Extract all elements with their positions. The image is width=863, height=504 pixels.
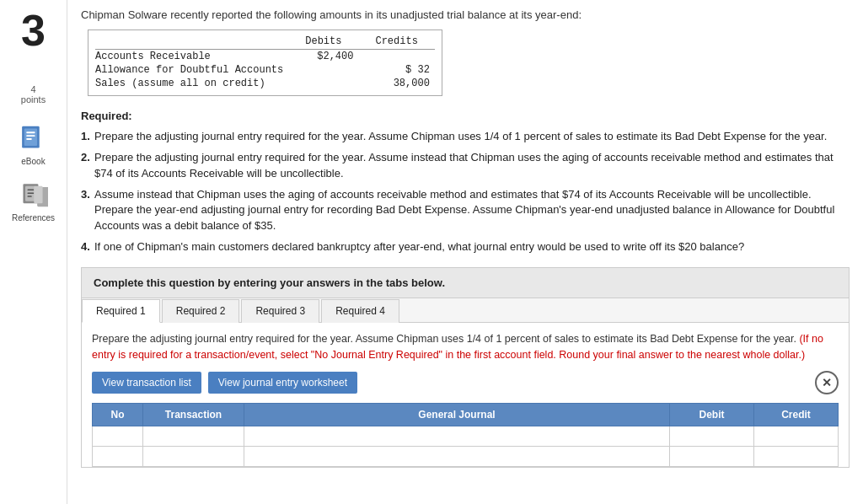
journal-debit-cell [670, 447, 754, 467]
tab-required2[interactable]: Required 2 [162, 299, 240, 323]
balance-table: Debits Credits Accounts Receivable $2,40… [95, 34, 435, 90]
q3-text: Assume instead that Chipman uses the agi… [94, 188, 834, 233]
q4-text: If one of Chipman's main customers decla… [94, 240, 744, 253]
q1-number: 1. [81, 129, 90, 145]
q2-text: Prepare the adjusting journal entry requ… [94, 151, 834, 180]
question-list: 1. Prepare the adjusting journal entry r… [81, 129, 850, 255]
row3-credit: 38,000 [358, 77, 434, 90]
points-value: 4 points [21, 84, 46, 105]
q3-number: 3. [81, 187, 90, 203]
journal-row [93, 426, 839, 447]
journal-no-cell [93, 447, 143, 467]
journal-general-cell [244, 447, 670, 467]
no-column-header: No [93, 404, 143, 426]
q2-number: 2. [81, 150, 90, 166]
debits-header: Debits [288, 34, 358, 50]
tab-instruction: Prepare the adjusting journal entry requ… [92, 331, 839, 363]
main-content: Chipman Solware recently reported the fo… [67, 0, 863, 504]
row1-credit [358, 50, 434, 64]
row3-label: Sales (assume all on credit) [95, 77, 288, 90]
tab-content-required1: Prepare the adjusting journal entry requ… [82, 323, 849, 468]
row2-label: Allowance for Doubtful Accounts [95, 63, 288, 77]
question-number: 3 [21, 8, 46, 52]
journal-credit-cell [754, 447, 839, 467]
table-row: Accounts Receivable $2,400 [95, 50, 435, 64]
svg-rect-4 [27, 138, 32, 140]
svg-rect-9 [28, 196, 32, 197]
ebook-section: 4 points eBook [12, 76, 55, 223]
journal-transaction-cell [143, 426, 244, 447]
tab-required3[interactable]: Required 3 [241, 299, 319, 323]
row2-credit: $ 32 [358, 63, 434, 77]
tabs-row: Required 1 Required 2 Required 3 Require… [82, 298, 849, 323]
transaction-column-header: Transaction [143, 404, 244, 426]
debit-column-header: Debit [670, 404, 754, 426]
svg-rect-11 [35, 186, 43, 204]
row1-debit: $2,400 [288, 50, 358, 64]
table-row: Sales (assume all on credit) 38,000 [95, 77, 435, 90]
list-item: 1. Prepare the adjusting journal entry r… [81, 129, 850, 145]
complete-banner: Complete this question by entering your … [81, 267, 850, 298]
journal-general-cell [244, 426, 670, 447]
references-label[interactable]: References [12, 213, 55, 223]
close-button[interactable]: ✕ [815, 371, 839, 394]
action-buttons: View transaction list View journal entry… [92, 371, 839, 394]
tab-required1[interactable]: Required 1 [82, 299, 160, 323]
row3-debit [288, 77, 358, 90]
journal-credit-cell [754, 426, 839, 447]
svg-rect-8 [28, 192, 35, 194]
list-item: 2. Prepare the adjusting journal entry r… [81, 150, 850, 182]
list-item: 4. If one of Chipman's main customers de… [81, 239, 850, 255]
general-journal-column-header: General Journal [244, 404, 670, 426]
view-journal-button[interactable]: View journal entry worksheet [208, 372, 357, 394]
table-row: Allowance for Doubtful Accounts $ 32 [95, 63, 435, 77]
references-icon[interactable] [18, 180, 48, 210]
label-header [95, 34, 288, 50]
credit-column-header: Credit [754, 404, 839, 426]
credits-header: Credits [358, 34, 434, 50]
journal-no-cell [93, 426, 143, 447]
view-transaction-button[interactable]: View transaction list [92, 372, 201, 394]
svg-rect-2 [27, 131, 35, 133]
intro-text: Chipman Solware recently reported the fo… [81, 8, 850, 21]
svg-rect-1 [24, 128, 37, 146]
balance-table-outer: Debits Credits Accounts Receivable $2,40… [88, 29, 442, 96]
svg-rect-3 [27, 135, 35, 137]
q1-text: Prepare the adjusting journal entry requ… [94, 130, 827, 142]
ebook-label[interactable]: eBook [21, 157, 45, 166]
tab-required4[interactable]: Required 4 [321, 299, 399, 323]
list-item: 3. Assume instead that Chipman uses the … [81, 187, 850, 235]
svg-rect-7 [28, 190, 35, 191]
ebook-icon[interactable] [18, 123, 48, 153]
row1-label: Accounts Receivable [95, 50, 288, 64]
journal-table: No Transaction General Journal Debit Cre… [92, 403, 839, 467]
row2-debit [288, 63, 358, 77]
journal-row [93, 447, 839, 467]
journal-transaction-cell [143, 447, 244, 467]
tabs-container: Required 1 Required 2 Required 3 Require… [81, 298, 850, 469]
sidebar: 3 4 points eBook [0, 0, 67, 504]
required-heading: Required: [81, 110, 850, 122]
q4-number: 4. [81, 239, 90, 255]
balance-table-container: Debits Credits Accounts Receivable $2,40… [88, 29, 850, 99]
journal-debit-cell [670, 426, 754, 447]
